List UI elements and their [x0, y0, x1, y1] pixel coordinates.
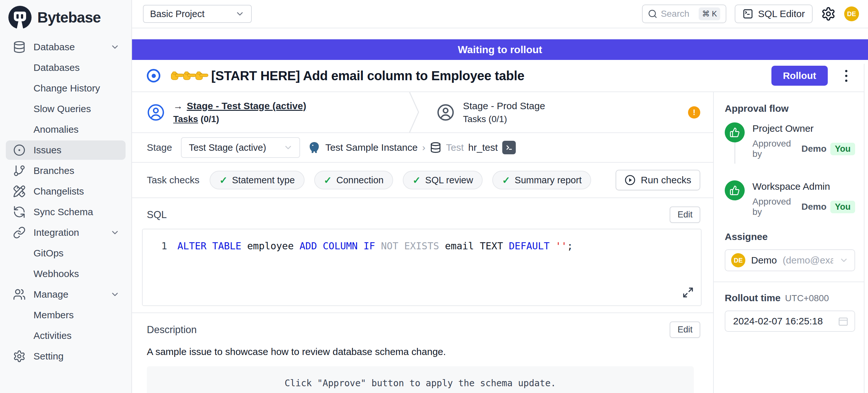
run-checks-button[interactable]: Run checks [616, 170, 700, 190]
terminal-icon [742, 8, 753, 19]
issue-title-row: [START HERE] Add email column to Employe… [132, 60, 868, 92]
database-icon [13, 40, 26, 54]
approver-name: Demo [801, 144, 827, 154]
active-stage-arrow: → [173, 100, 183, 112]
sidebar-item-label: Database [33, 41, 75, 53]
stage-warning-badge: ! [688, 106, 700, 119]
approver-name: Demo [801, 202, 827, 212]
description-section-header: Description Edit [132, 313, 713, 338]
approved-thumbs-up-icon [725, 122, 745, 142]
open-in-sql-editor-icon[interactable] [502, 141, 516, 154]
issue-detail-column: → Stage - Test Stage (active) Tasks (0/1… [132, 92, 713, 393]
sidebar-item-change-history[interactable]: Change History [6, 79, 126, 98]
database-name[interactable]: hr_test [468, 142, 498, 153]
check-statement-type[interactable]: ✓ Statement type [210, 171, 304, 189]
rollout-time-header: Rollout time UTC+0800 [725, 293, 855, 303]
assignee-avatar: DE [731, 253, 745, 267]
gear-icon[interactable] [821, 6, 836, 21]
approval-flow-heading: Approval flow [725, 103, 855, 114]
calendar-icon[interactable] [838, 316, 849, 327]
approval-step: Workspace Admin Approved by Demo You [725, 180, 855, 217]
stage-select-value: Test Stage (active) [189, 142, 266, 153]
expand-fullscreen-icon[interactable] [682, 287, 694, 298]
approved-by-text: Approved by [752, 139, 798, 159]
scrollbar-gutter[interactable] [864, 64, 868, 393]
check-pass-icon: ✓ [324, 175, 332, 186]
app-window: Bytebase Database Databases Change Histo… [0, 0, 868, 393]
assignee-dropdown[interactable]: DE Demo (demo@example [725, 249, 855, 271]
breadcrumb-separator: › [422, 142, 425, 153]
bytebase-logo[interactable]: Bytebase [4, 3, 127, 33]
stage-test[interactable]: → Stage - Test Stage (active) Tasks (0/1… [132, 92, 409, 132]
search-input[interactable] [661, 9, 695, 19]
rollout-button[interactable]: Rollout [771, 66, 828, 86]
description-edit-button[interactable]: Edit [670, 322, 700, 338]
sidebar-item-setting[interactable]: Setting [6, 346, 126, 366]
chevron-down-icon [839, 255, 849, 265]
sidebar-item-gitops[interactable]: GitOps [6, 244, 126, 263]
project-selector[interactable]: Basic Project [143, 5, 252, 23]
sql-editor[interactable]: 1 ALTER TABLE employee ADD COLUMN IF NOT… [142, 229, 702, 306]
check-sql-review[interactable]: ✓ SQL review [403, 171, 483, 189]
content: → Stage - Test Stage (active) Tasks (0/1… [132, 92, 868, 393]
sidebar-item-manage[interactable]: Manage [6, 285, 126, 304]
search-box[interactable]: ⌘ K [642, 4, 726, 23]
sidebar-item-anomalies[interactable]: Anomalies [6, 120, 126, 139]
main-area: Basic Project ⌘ K SQL Editor DE Waiting … [132, 0, 868, 393]
sql-code-line: 1 ALTER TABLE employee ADD COLUMN IF NOT… [143, 229, 701, 251]
you-badge: You [830, 143, 855, 155]
stage-name: Stage - Prod Stage [463, 100, 545, 112]
tasks-link[interactable]: Tasks [173, 114, 198, 124]
instance-name[interactable]: Test Sample Instance [325, 142, 417, 153]
sql-editor-button[interactable]: SQL Editor [735, 4, 813, 23]
git-branch-icon [13, 164, 26, 177]
rollout-time-label: Rollout time [725, 293, 780, 303]
brand-name: Bytebase [37, 9, 101, 26]
project-selector-value: Basic Project [150, 9, 205, 19]
sidebar-item-slow-queries[interactable]: Slow Queries [6, 99, 126, 119]
sidebar-item-databases[interactable]: Databases [6, 58, 126, 77]
postgresql-icon [308, 141, 321, 154]
issue-circle-dot-icon [13, 144, 26, 156]
sidebar-item-activities[interactable]: Activities [6, 326, 126, 345]
sidebar-nav: Database Databases Change History Slow Q… [4, 37, 127, 366]
rollout-time-input[interactable]: 2024-02-07 16:25:18 [725, 310, 855, 332]
task-checks-label: Task checks [147, 175, 199, 186]
approval-role: Workspace Admin [752, 181, 855, 192]
approved-thumbs-up-icon [725, 180, 745, 200]
sidebar-item-branches[interactable]: Branches [6, 161, 126, 180]
sidebar-item-members[interactable]: Members [6, 305, 126, 325]
link-icon [13, 226, 26, 239]
sidebar-item-issues[interactable]: Issues [6, 141, 126, 160]
sync-refresh-icon [13, 206, 26, 218]
tasks-count: (0/1) [488, 114, 507, 124]
users-icon [13, 288, 26, 301]
issue-title: [START HERE] Add email column to Employe… [211, 69, 524, 83]
check-connection[interactable]: ✓ Connection [314, 171, 394, 189]
assignee-name: Demo [751, 255, 777, 266]
check-summary-report[interactable]: ✓ Summary report [492, 171, 591, 189]
sidebar-item-changelists[interactable]: Changelists [6, 182, 126, 201]
assignee-email: (demo@example [783, 255, 833, 266]
stage-prod[interactable]: Stage - Prod Stage Tasks (0/1) [422, 92, 558, 132]
person-circle-icon [437, 103, 455, 121]
task-checks-row: Task checks ✓ Statement type ✓ Connectio… [132, 163, 713, 198]
stage-name: Stage - Test Stage (active) [187, 100, 306, 112]
pointing-finger-icons [170, 68, 207, 83]
search-icon [648, 9, 657, 19]
stage-select-dropdown[interactable]: Test Stage (active) [181, 137, 300, 158]
stage-separator [409, 92, 422, 132]
more-options-kebab-icon[interactable] [843, 67, 850, 84]
play-circle-icon [625, 175, 636, 186]
tasks-label: Tasks [463, 114, 486, 124]
sidebar-item-webhooks[interactable]: Webhooks [6, 264, 126, 283]
sql-heading: SQL [147, 209, 167, 221]
sidebar-item-database[interactable]: Database [6, 37, 126, 57]
approved-by-text: Approved by [752, 196, 798, 217]
check-pass-icon: ✓ [502, 175, 510, 186]
sql-edit-button[interactable]: Edit [670, 207, 700, 223]
sidebar-item-sync-schema[interactable]: Sync Schema [6, 202, 126, 222]
user-avatar[interactable]: DE [844, 6, 859, 21]
approval-role: Project Owner [752, 123, 855, 134]
sidebar-item-integration[interactable]: Integration [6, 223, 126, 242]
